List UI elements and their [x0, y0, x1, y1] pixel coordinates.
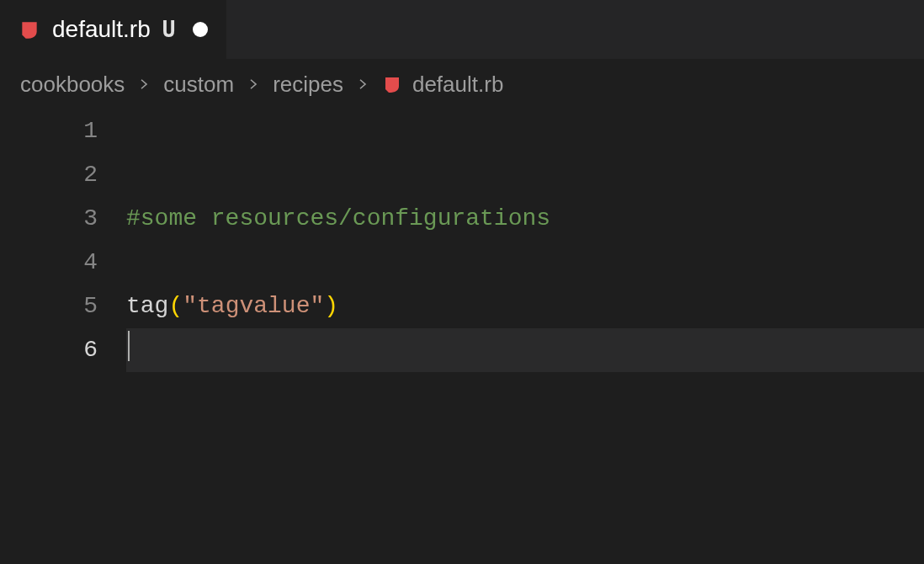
line-number: 6 — [0, 328, 98, 372]
line-number: 3 — [0, 197, 98, 241]
code-line[interactable] — [126, 153, 924, 197]
tab-git-status: U — [162, 17, 177, 42]
code-token: tag — [126, 293, 168, 319]
chevron-right-icon — [246, 77, 261, 92]
code-line[interactable] — [126, 328, 924, 372]
code-token: "tagvalue" — [183, 293, 324, 319]
breadcrumb-segment[interactable]: recipes — [273, 72, 343, 98]
chevron-right-icon — [136, 77, 151, 92]
code-editor[interactable]: 123456 #some resources/configurationstag… — [0, 109, 924, 372]
line-number: 4 — [0, 241, 98, 285]
breadcrumb-segment[interactable]: custom — [163, 72, 234, 98]
code-line[interactable]: #some resources/configurations — [126, 197, 924, 241]
editor-tab[interactable]: default.rb U — [0, 0, 226, 59]
breadcrumb: cookbooks custom recipes default.rb — [0, 59, 924, 109]
line-number: 5 — [0, 285, 98, 328]
line-number-gutter: 123456 — [0, 109, 126, 372]
unsaved-indicator-icon[interactable] — [193, 22, 208, 37]
chevron-right-icon — [355, 77, 370, 92]
code-line[interactable] — [126, 241, 924, 285]
ruby-file-icon — [19, 19, 40, 40]
text-cursor — [128, 331, 130, 361]
breadcrumb-file[interactable]: default.rb — [382, 72, 503, 98]
code-area[interactable]: #some resources/configurationstag("tagva… — [126, 109, 924, 372]
breadcrumb-segment[interactable]: cookbooks — [20, 72, 125, 98]
ruby-file-icon — [382, 74, 402, 94]
tab-bar: default.rb U — [0, 0, 924, 59]
code-token: #some resources/configurations — [126, 205, 550, 231]
code-token: ) — [324, 293, 338, 319]
code-line[interactable]: tag("tagvalue") — [126, 285, 924, 328]
line-number: 1 — [0, 109, 98, 153]
line-number: 2 — [0, 153, 98, 197]
code-line[interactable] — [126, 109, 924, 153]
breadcrumb-file-label: default.rb — [412, 72, 503, 98]
tab-filename: default.rb — [52, 16, 151, 43]
code-token: ( — [168, 293, 183, 319]
